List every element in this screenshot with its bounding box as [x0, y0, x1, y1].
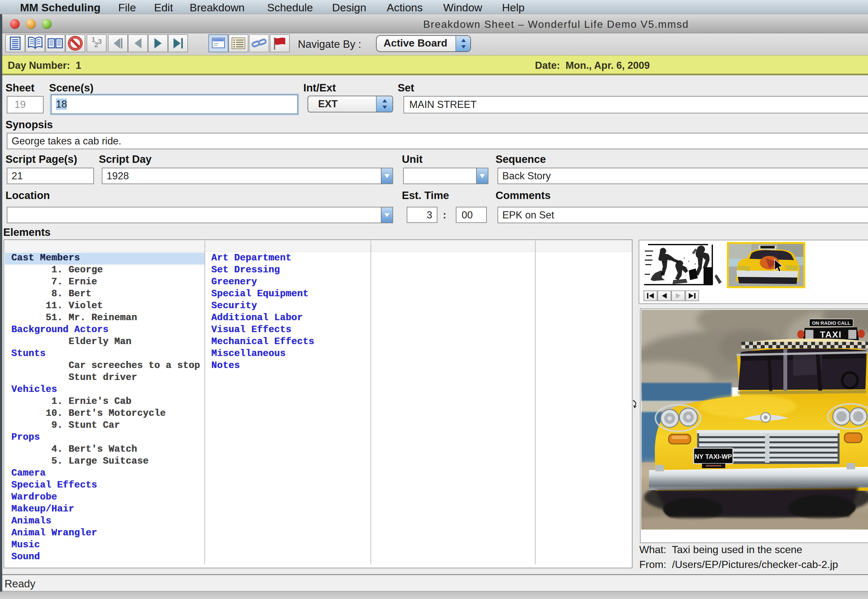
svg-text:TAXI: TAXI — [820, 330, 842, 340]
svg-text:NY TAXI-WP: NY TAXI-WP — [695, 453, 732, 460]
svg-text:ON RADIO CALL: ON RADIO CALL — [812, 320, 850, 326]
svg-text:3: 3 — [98, 38, 102, 45]
